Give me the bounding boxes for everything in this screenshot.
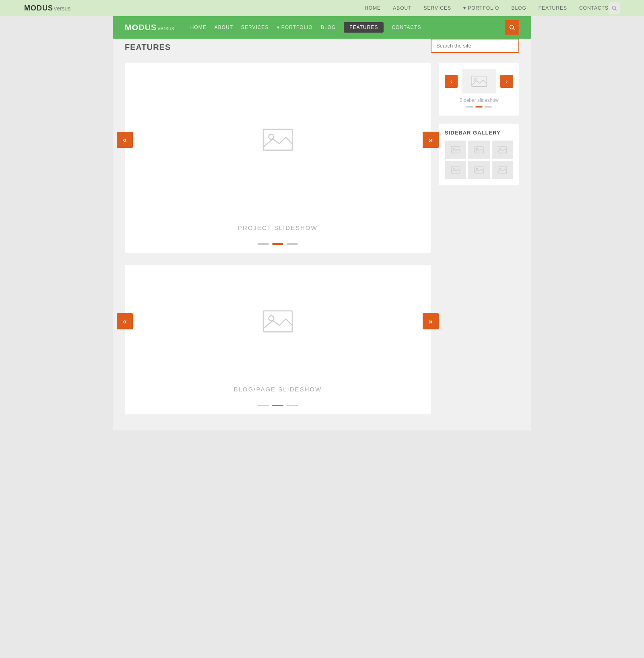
svg-line-1 (615, 9, 617, 10)
blog-slideshow-dots (125, 405, 431, 414)
top-nav-services[interactable]: SERVICES (423, 5, 451, 11)
page-wrapper: MODUS versus HOME ABOUT SERVICES ▾ PORTF… (113, 16, 531, 430)
top-nav-about[interactable]: ABOUT (393, 5, 411, 11)
blog-dot-2[interactable] (272, 405, 283, 406)
blog-dot-3[interactable] (287, 405, 298, 406)
search-box (431, 39, 519, 53)
gallery-thumb-icon-2 (474, 146, 484, 153)
gallery-thumb-5[interactable] (468, 161, 489, 179)
main-search-button[interactable] (505, 20, 519, 35)
top-nav-portfolio[interactable]: ▾ PORTFOLIO (463, 5, 499, 11)
gallery-thumb-icon-6 (497, 166, 507, 174)
main-nav: MODUS versus HOME ABOUT SERVICES ▾ PORTF… (113, 16, 531, 39)
gallery-grid (445, 141, 513, 179)
dot-1[interactable] (258, 243, 269, 245)
top-nav: HOME ABOUT SERVICES ▾ PORTFOLIO BLOG FEA… (365, 5, 609, 11)
top-nav-blog[interactable]: BLOG (511, 5, 526, 11)
logo-modus: MODUS (24, 4, 53, 12)
nav-blog[interactable]: BLOG (321, 25, 336, 30)
gallery-thumb-icon-3 (497, 146, 507, 153)
blog-slideshow-title: BLOG/PAGE slideshow (125, 378, 431, 405)
top-logo: MODUS versus (24, 4, 70, 12)
nav-features[interactable]: FEATURES (344, 22, 384, 33)
blog-slideshow-inner: « » (125, 265, 431, 378)
main-logo: MODUS versus (125, 23, 174, 32)
top-search-icon-btn[interactable] (609, 2, 620, 14)
slideshow-next-button[interactable]: » (423, 132, 439, 148)
content-area: « » PROJECT SLIDESHOW (113, 55, 531, 430)
dot-3[interactable] (287, 243, 298, 245)
dot-2[interactable] (272, 243, 283, 245)
nav-portfolio[interactable]: ▾ PORTFOLIO (277, 25, 313, 30)
sidebar-gallery-title: SIDEBAR GALLERY (445, 130, 513, 136)
sidebar-img-placeholder (462, 69, 496, 93)
image-placeholder-icon (262, 128, 294, 152)
main-content: « » PROJECT SLIDESHOW (125, 63, 431, 414)
gallery-thumb-1[interactable] (445, 141, 466, 159)
sidebar-slideshow-prev[interactable]: ‹ (445, 75, 458, 88)
slide-placeholder (262, 128, 294, 152)
logo-versus: versus (54, 5, 70, 12)
top-bar: MODUS versus HOME ABOUT SERVICES ▾ PORTF… (0, 0, 644, 16)
main-logo-versus: versus (157, 25, 174, 31)
blog-slideshow-section: « » BLOG/PAGE slideshow (125, 265, 431, 414)
slideshow-dots (125, 243, 431, 253)
page-title: FEATURES (125, 43, 171, 52)
gallery-thumb-4[interactable] (445, 161, 466, 179)
search-icon (611, 5, 617, 11)
nav-about[interactable]: ABOUT (215, 25, 233, 30)
slideshow-prev-button[interactable]: « (117, 132, 133, 148)
main-nav-links: HOME ABOUT SERVICES ▾ PORTFOLIO BLOG FEA… (190, 22, 501, 33)
top-nav-features[interactable]: FEATURES (539, 5, 567, 11)
blog-slide-placeholder (262, 309, 294, 333)
sidebar-slideshow-label: Sidebar slideshow (445, 97, 513, 103)
main-logo-modus: MODUS (125, 23, 157, 32)
blog-dot-1[interactable] (258, 405, 269, 406)
gallery-thumb-6[interactable] (492, 161, 513, 179)
sidebar-image-icon (471, 75, 487, 87)
top-nav-contacts[interactable]: CONTACTS (579, 5, 609, 11)
sidebar-slideshow-next[interactable]: › (500, 75, 513, 88)
search-box-container (431, 39, 519, 53)
sidebar-dot-3[interactable] (485, 106, 492, 108)
gallery-thumb-icon-1 (451, 146, 460, 153)
svg-line-3 (513, 29, 515, 30)
project-slideshow-section: « » PROJECT SLIDESHOW (125, 63, 431, 253)
sidebar-slideshow-widget: ‹ › Sidebar slideshow (439, 63, 519, 116)
blog-slideshow-next-button[interactable]: » (423, 313, 439, 329)
gallery-thumb-icon-4 (451, 166, 460, 174)
svg-point-0 (612, 6, 615, 9)
svg-point-2 (510, 25, 514, 29)
search-input[interactable] (431, 39, 518, 52)
sidebar-gallery-widget: SIDEBAR GALLERY (439, 124, 519, 185)
sidebar-slideshow-inner: ‹ › (445, 69, 513, 93)
sidebar: ‹ › Sidebar slideshow (439, 63, 519, 414)
slideshow-inner: « » (125, 63, 431, 216)
blog-image-placeholder-icon (262, 309, 294, 333)
gallery-thumb-icon-5 (474, 166, 484, 174)
nav-home[interactable]: HOME (190, 25, 206, 30)
blog-slideshow-prev-button[interactable]: « (117, 313, 133, 329)
sidebar-dot-2[interactable] (475, 106, 483, 108)
gallery-thumb-2[interactable] (468, 141, 489, 159)
sidebar-dots (445, 106, 513, 108)
search-icon (509, 24, 515, 31)
slideshow-title: PROJECT SLIDESHOW (125, 216, 431, 243)
sidebar-dot-1[interactable] (466, 106, 473, 108)
top-nav-home[interactable]: HOME (365, 5, 381, 11)
gallery-thumb-3[interactable] (492, 141, 513, 159)
nav-contacts[interactable]: CONTACTS (392, 25, 421, 30)
nav-services[interactable]: SERVICES (241, 25, 268, 30)
